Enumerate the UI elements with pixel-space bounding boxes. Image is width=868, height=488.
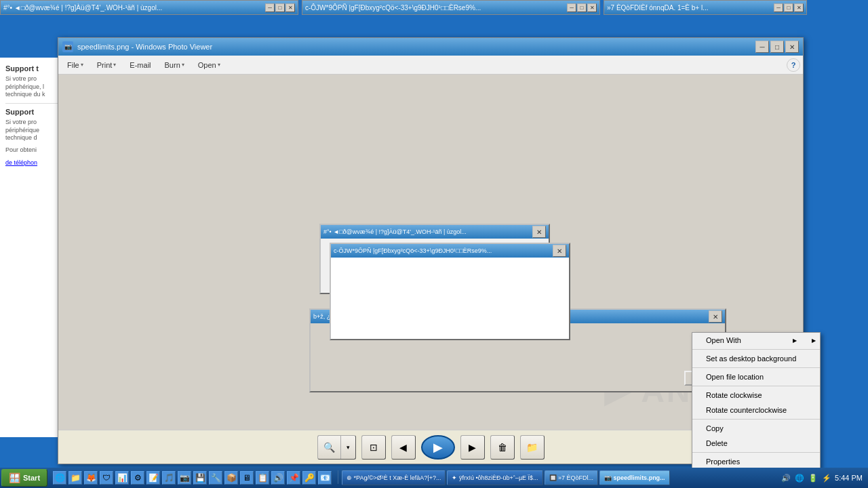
taskbar-icon-3[interactable]: 🦊 [84,471,98,485]
taskbar-icon-16[interactable]: 📌 [287,471,300,485]
taskbar-icon-14[interactable]: 📋 [256,471,269,485]
win-controls-1: ─ □ ✕ [265,3,295,12]
taskbar-icon-11[interactable]: 🔧 [209,471,222,485]
tray-icon-3: 🔋 [808,472,818,483]
taskbar-icon-6[interactable]: ⚙ [131,471,144,485]
context-menu-separator-2 [692,367,820,368]
sub-window-1-title: #°• ◄□ð@wvæ¾é | !?g]Àü@T4'_.WOH-¹äñ | ùz… [321,225,549,239]
taskbar-icon-8[interactable]: 🎵 [162,471,176,485]
menu-burn-arrow: ▾ [182,62,184,68]
context-menu-delete[interactable]: Delete [692,436,820,451]
maximize-btn-2[interactable]: □ [577,3,587,12]
menu-open[interactable]: Open ▾ [192,58,226,72]
taskbar-icon-1[interactable]: 🌐 [53,471,66,485]
start-button[interactable]: 🪟 Start [1,469,47,487]
photo-viewer-menu-bar: File ▾ Print ▾ E-mail Burn ▾ Open ▾ ? [58,56,803,75]
context-menu-separator-5 [692,452,820,453]
minimize-btn-2[interactable]: ─ [567,3,576,12]
title-bar-3: »7 ÈQòFDIÈf ónnqDA. 1=È b+ l... ─ □ ✕ [604,1,806,14]
sidebar-text-3: Pour obteni [5,146,58,155]
title-text-1: #°• ◄□ð@wvæ¾é | !?g]Àü@T4'_.WOH-¹äñ | ùz… [3,4,162,12]
context-menu-separator-4 [692,419,820,420]
tray-icon-2: 🌐 [794,472,805,483]
taskbar-icon-18[interactable]: 📧 [318,471,332,485]
sub-window-3-controls: ✕ [709,310,722,323]
context-menu: Open With ▶ Set as desktop background Op… [692,332,821,470]
maximize-btn-3[interactable]: □ [784,3,793,12]
sidebar-text-1: Si votre pro périphérique, l technique d… [5,75,58,99]
zoom-button-group: 🔍 ▾ [317,435,356,460]
delete-button[interactable]: 🗑 [490,435,515,460]
help-button[interactable]: ? [787,58,800,72]
taskbar-icon-10[interactable]: 💾 [193,471,207,485]
taskbar-icon-9[interactable]: 📷 [178,471,191,485]
taskbar-icon-15[interactable]: 🔊 [271,471,285,485]
sidebar-title-2: Support [5,108,58,116]
taskbar: 🪟 Start 🌐 📁 🦊 🛡 📊 ⚙ 📝 🎵 📷 💾 🔧 📦 🖥 📋 🔊 📌 … [0,468,868,488]
taskbar-item-3[interactable]: 🔲 »7 ÈQòFDl... [545,470,599,485]
prev-button[interactable]: ◀ [391,435,416,460]
photo-viewer-close[interactable]: ✕ [785,41,799,53]
tray-icon-1: 🔊 [781,472,791,483]
taskbar-tray: 🔊 🌐 🔋 ⚡ 5:44 PM [776,472,867,483]
context-menu-open-location[interactable]: Open file location [692,369,820,384]
browser-window-1: #°• ◄□ð@wvæ¾é | !?g]Àü@T4'_.WOH-¹äñ | ùz… [0,0,298,15]
sub-window-2-title: c-ÔJW*9ÔPÑ |gF[Ðbxyg²cQö<-33+\g9ÐJH0¹□□È… [331,244,569,258]
taskbar-icon-12[interactable]: 📦 [224,471,238,485]
close-btn-2[interactable]: ✕ [587,3,597,12]
context-menu-open-with[interactable]: Open With ▶ [692,333,820,348]
taskbar-icon-4[interactable]: 🛡 [100,471,113,485]
sub-window-2: c-ÔJW*9ÔPÑ |gF[Ðbxyg²cQö<-33+\g9ÐJH0¹□□È… [330,243,570,340]
photo-viewer-title-bar: 📷 speedlimits.png - Windows Photo Viewer… [58,38,803,56]
taskbar-icon-5[interactable]: 📊 [115,471,129,485]
sub-window-2-close[interactable]: ✕ [553,245,566,257]
taskbar-icon-2[interactable]: 📁 [68,471,82,485]
menu-open-arrow: ▾ [218,62,220,68]
taskbar-items: 🌐 📁 🦊 🛡 📊 ⚙ 📝 🎵 📷 💾 🔧 📦 🖥 📋 🔊 📌 🔑 📧 ⊕ *P… [47,470,776,485]
photo-viewer-title-left: 📷 speedlimits.png - Windows Photo Viewer [62,41,212,52]
minimize-btn-1[interactable]: ─ [265,3,275,12]
sidebar-link-1[interactable]: de téléphon [5,159,37,166]
menu-print-arrow: ▾ [113,62,116,68]
slideshow-button[interactable]: ▶ [421,435,455,460]
photo-viewer-minimize[interactable]: ─ [755,41,769,53]
title-text-3: »7 ÈQòFDIÈf ónnqDA. 1=È b+ l... [607,4,709,12]
menu-print[interactable]: Print ▾ [91,58,123,72]
sub-window-3-close[interactable]: ✕ [709,310,722,323]
context-menu-set-desktop[interactable]: Set as desktop background [692,351,820,366]
context-menu-properties[interactable]: Properties [692,454,820,469]
taskbar-separator [338,470,338,484]
close-btn-1[interactable]: ✕ [285,3,295,12]
context-menu-rotate-ccw[interactable]: Rotate counterclockwise [692,403,820,418]
menu-file[interactable]: File ▾ [61,58,90,72]
taskbar-item-2[interactable]: ✦ ÿfrxIú •ôh8ziÈÐ-üb+ˆ–µE Ï$... [447,470,542,485]
zoom-in-btn[interactable]: 🔍 [318,436,340,459]
next-button[interactable]: ▶ [460,435,485,460]
photo-viewer-maximize[interactable]: □ [770,41,784,53]
taskbar-item-1[interactable]: ⊕ *PAg/©>Ø¹È t Xæ-È lefàA?|+?... [342,470,446,485]
close-btn-3[interactable]: ✕ [794,3,804,12]
fit-button[interactable]: ⊡ [361,435,386,460]
photo-viewer-controls: ─ □ ✕ [755,41,799,53]
title-bar-1: #°• ◄□ð@wvæ¾é | !?g]Àü@T4'_.WOH-¹äñ | ùz… [1,1,298,14]
sub-window-2-content [331,258,569,339]
win-controls-2: ─ □ ✕ [567,3,597,12]
menu-email[interactable]: E-mail [123,58,157,72]
context-menu-copy[interactable]: Copy [692,421,820,436]
zoom-dropdown-btn[interactable]: ▾ [340,436,355,459]
maximize-btn-1[interactable]: □ [275,3,285,12]
sub-window-1-close[interactable]: ✕ [532,226,546,238]
photo-viewer-icon: 📷 [62,41,73,52]
taskbar-icon-13[interactable]: 🖥 [240,471,254,485]
taskbar-item-4[interactable]: 📷 speedlimits.png... [599,470,670,485]
menu-burn[interactable]: Burn ▾ [159,58,191,72]
open-file-button[interactable]: 📁 [520,435,545,460]
context-menu-rotate-cw[interactable]: Rotate clockwise [692,388,820,403]
taskbar-icon-17[interactable]: 🔑 [302,471,316,485]
sidebar-text-2: Si votre pro périphérique technique d [5,119,58,142]
taskbar-icon-7[interactable]: 📝 [146,471,160,485]
tray-icon-4: ⚡ [821,472,832,483]
photo-viewer-title: speedlimits.png - Windows Photo Viewer [77,43,212,51]
sidebar-panel: Support t Si votre pro périphérique, l t… [0,58,64,437]
minimize-btn-3[interactable]: ─ [774,3,783,12]
